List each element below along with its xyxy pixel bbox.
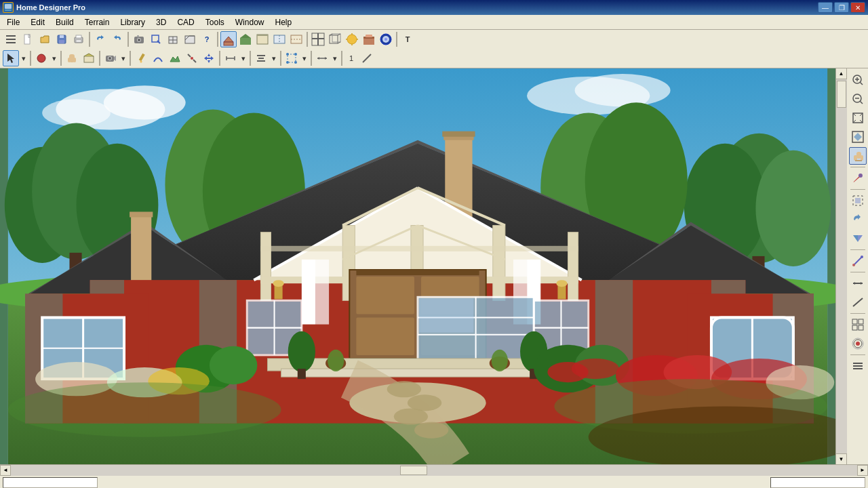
select-dropdown[interactable]: ▾: [20, 50, 28, 66]
svg-marker-51: [7, 54, 14, 63]
resize-tool-button[interactable]: [314, 50, 330, 66]
menu-file[interactable]: File: [1, 16, 25, 28]
fill-view-button[interactable]: [849, 128, 867, 146]
rendering-button[interactable]: [344, 31, 360, 47]
exterior-view-button[interactable]: [237, 31, 254, 47]
rt-paint-button[interactable]: [849, 169, 867, 187]
scroll-left-button[interactable]: ◄: [0, 465, 11, 476]
svg-rect-176: [298, 369, 306, 379]
raytracing-button[interactable]: [378, 31, 394, 47]
move-tool-button[interactable]: [201, 50, 217, 66]
rt-select2-button[interactable]: [849, 192, 867, 209]
title-bar: Home Designer Pro — ❐ ✕: [0, 0, 868, 15]
resize-dropdown[interactable]: ▾: [331, 50, 339, 66]
maximize-button[interactable]: ❐: [834, 2, 849, 13]
menu-window[interactable]: Window: [230, 16, 270, 28]
terrain-tool-button[interactable]: [167, 50, 183, 66]
floor-tool-button[interactable]: [81, 50, 97, 66]
rt-grid-button[interactable]: [849, 316, 867, 333]
rt-line-button[interactable]: [849, 274, 867, 292]
slope-tool-button[interactable]: [359, 50, 375, 66]
right-hand-button[interactable]: [849, 147, 867, 165]
scroll-thumb-horizontal[interactable]: [400, 466, 427, 475]
circle-dropdown[interactable]: ▾: [50, 50, 58, 66]
transform-tool-button[interactable]: [283, 50, 300, 66]
undo-button[interactable]: [92, 31, 108, 47]
dimension-tool-button[interactable]: [222, 50, 239, 66]
horizontal-scrollbar[interactable]: ◄ ►: [0, 464, 868, 475]
align-dropdown[interactable]: ▾: [270, 50, 278, 66]
save-button[interactable]: [54, 31, 70, 47]
menu-help[interactable]: Help: [269, 16, 297, 28]
svg-rect-115: [442, 131, 475, 137]
svg-line-19: [157, 41, 160, 43]
svg-line-230: [853, 298, 863, 306]
zoom-in-button[interactable]: [849, 71, 867, 89]
svg-point-16: [138, 39, 140, 41]
svg-rect-72: [257, 60, 265, 62]
scroll-track-horizontal[interactable]: [11, 465, 857, 476]
break-tool-button[interactable]: [184, 50, 200, 66]
menu-build[interactable]: Build: [50, 16, 79, 28]
circle-tool-button[interactable]: [33, 50, 50, 66]
close-button[interactable]: ✕: [850, 2, 865, 13]
rt-draw-button[interactable]: [849, 252, 867, 270]
open-button[interactable]: [37, 31, 53, 47]
cross-section-button[interactable]: [182, 31, 198, 47]
scroll-up-button[interactable]: ▲: [836, 68, 847, 79]
zoom-out-button[interactable]: [849, 90, 867, 108]
canvas-area[interactable]: [0, 68, 835, 464]
section-view-button[interactable]: [271, 31, 288, 47]
layout-button[interactable]: [310, 31, 326, 47]
perspectives-button[interactable]: [327, 31, 343, 47]
arc-tool-button[interactable]: [150, 50, 166, 66]
redo-button[interactable]: [109, 31, 125, 47]
menu-edit[interactable]: Edit: [25, 16, 50, 28]
svg-point-175: [288, 331, 315, 372]
camera-dropdown[interactable]: ▾: [119, 50, 127, 66]
svg-rect-25: [240, 38, 251, 45]
scroll-right-button[interactable]: ►: [857, 465, 868, 476]
material-button[interactable]: [361, 31, 377, 47]
zoom-window-button[interactable]: [148, 31, 164, 47]
app-menu-button[interactable]: [3, 31, 19, 47]
svg-rect-71: [258, 58, 264, 59]
vertical-scrollbar[interactable]: ▲ ▼: [835, 68, 846, 464]
menu-library[interactable]: Library: [115, 16, 151, 28]
camera-tool-button[interactable]: [102, 50, 119, 66]
rt-rotate-button[interactable]: [849, 211, 867, 228]
menu-terrain[interactable]: Terrain: [79, 16, 115, 28]
pencil-tool-button[interactable]: [133, 50, 149, 66]
help-button[interactable]: ?: [199, 31, 215, 47]
print-button[interactable]: [71, 31, 87, 47]
minimize-button[interactable]: —: [818, 2, 833, 13]
scroll-track-vertical[interactable]: [836, 79, 847, 453]
camera-button[interactable]: [131, 31, 147, 47]
svg-rect-234: [859, 325, 863, 330]
svg-rect-144: [260, 246, 578, 251]
3d-view-button[interactable]: [220, 31, 237, 47]
menu-3d[interactable]: 3D: [151, 16, 172, 28]
right-sep6: [850, 354, 865, 355]
hand-tool-button[interactable]: [64, 50, 80, 66]
dimension-dropdown[interactable]: ▾: [239, 50, 248, 66]
fit-window-button[interactable]: [849, 109, 867, 127]
scroll-thumb-vertical[interactable]: [837, 81, 846, 108]
menu-tools[interactable]: Tools: [200, 16, 230, 28]
rt-layers-button[interactable]: [849, 357, 867, 375]
new-button[interactable]: [20, 31, 36, 47]
elevation-view-button[interactable]: [288, 31, 304, 47]
text-label-button[interactable]: T: [399, 31, 416, 47]
select-tool-button[interactable]: [3, 50, 19, 66]
transform-dropdown[interactable]: ▾: [300, 50, 309, 66]
scroll-down-button[interactable]: ▼: [836, 453, 847, 464]
align-tool-button[interactable]: [253, 50, 269, 66]
menu-cad[interactable]: CAD: [172, 16, 199, 28]
rt-snap-button[interactable]: [849, 335, 867, 352]
rt-angle-button[interactable]: [849, 293, 867, 311]
rt-flip-button[interactable]: [849, 230, 867, 247]
floor-plan-button[interactable]: [165, 31, 181, 47]
floor-overview-button[interactable]: [254, 31, 271, 47]
svg-rect-4: [6, 39, 16, 40]
svg-point-74: [286, 53, 289, 56]
